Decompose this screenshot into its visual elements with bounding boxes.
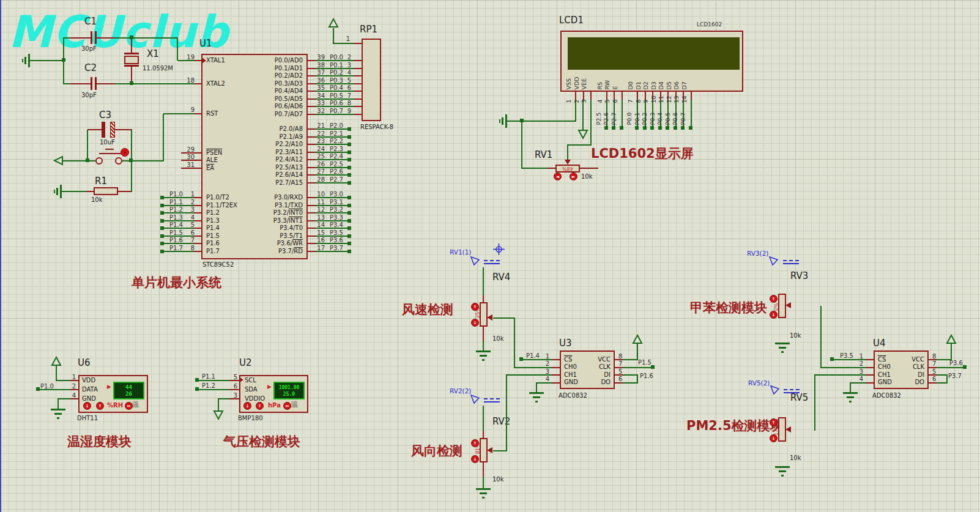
wire	[536, 382, 552, 384]
pin-number: 1	[535, 353, 549, 360]
power-arrow-icon	[51, 357, 61, 366]
net-label-p1-2: P1.2	[202, 382, 215, 389]
pin-number: 8	[932, 353, 936, 360]
u6-down-button[interactable]: ↓	[83, 402, 91, 410]
lcd-pin-number: 1	[566, 99, 572, 103]
ground-icon	[22, 59, 23, 62]
rv3-up-button[interactable]: ↑	[770, 295, 778, 303]
wire	[56, 366, 57, 381]
pin-number: 4	[181, 214, 195, 221]
wire	[820, 306, 822, 368]
wire	[548, 168, 555, 169]
wire	[850, 382, 866, 384]
ground-icon	[57, 417, 59, 419]
rv2-up-button[interactable]: ↑	[471, 439, 479, 447]
net-label: P3.6	[330, 237, 343, 243]
crystal-x1-body[interactable]	[124, 56, 139, 64]
pin-number: 31	[180, 161, 195, 168]
pin-number: 5	[932, 368, 936, 375]
wire	[58, 398, 71, 399]
respack-rp1-body[interactable]	[362, 39, 381, 121]
wire	[218, 398, 229, 399]
junction-dot	[36, 387, 40, 391]
xtal1-input-marker-icon	[202, 58, 206, 64]
wire	[614, 92, 615, 100]
pin-name: P2.2/A10	[231, 141, 303, 147]
u6-display: 44 26	[113, 382, 144, 399]
wire	[197, 380, 229, 381]
u6-adjust-button[interactable]: ↔	[125, 402, 133, 410]
wire	[483, 477, 484, 488]
pin-name: DI	[893, 371, 924, 378]
rv1-right-button[interactable]: ►	[570, 173, 577, 180]
pin-number: 10	[308, 191, 325, 198]
wire	[354, 68, 362, 69]
ground-icon	[54, 413, 62, 415]
wire	[229, 389, 239, 390]
junction-dot	[86, 158, 89, 162]
u2-adjust-button[interactable]: ↔	[283, 402, 291, 410]
rv5-value: 10k	[790, 454, 801, 461]
pin-name: P3.4/T0	[231, 224, 303, 231]
pin-name: XTAL1	[206, 57, 225, 64]
pin-name: CH0	[878, 363, 891, 370]
u2-up-button[interactable]: ↑	[256, 402, 264, 410]
u6-ref: U6	[78, 358, 91, 368]
wire	[131, 161, 132, 192]
pin-name: P2.0/A8	[231, 125, 303, 132]
net-terminal-square	[689, 126, 692, 130]
pin-number: 28	[308, 176, 325, 183]
lcd-pin-name: VSS	[566, 78, 572, 90]
wire	[622, 100, 623, 128]
wire	[87, 130, 88, 161]
label-humidity: 温湿度模块	[67, 435, 132, 449]
reset-button-cap[interactable]	[105, 149, 114, 150]
pin-number: 8	[181, 245, 195, 251]
power-arrow-icon	[633, 335, 642, 344]
pin-number: 9	[180, 106, 195, 113]
rv4-up-button[interactable]: ↑	[471, 303, 479, 311]
rv1-left-button[interactable]: ◄	[554, 173, 562, 180]
wire	[483, 327, 484, 341]
lcd-pin-name: VEE	[581, 78, 587, 90]
schematic-canvas: MCUclub 单片机最小系统 LCD1602显示屏 风速检测 风向检测 甲苯检…	[0, 0, 980, 512]
c3-ref: C3	[99, 110, 111, 121]
pin-name: DI	[579, 371, 611, 378]
pin-name: EA	[206, 165, 214, 171]
rv5-up-button[interactable]: ↑	[770, 418, 778, 426]
lcd-pin-name: D1	[636, 81, 642, 89]
rv5-down-button[interactable]: ↓	[770, 434, 778, 442]
ground-icon	[505, 114, 507, 128]
pin-name: P0.2/AD2	[231, 72, 303, 79]
reset-button-terminal[interactable]	[115, 157, 122, 165]
u2-down-button[interactable]: ↓	[243, 402, 251, 410]
net-terminal-square	[347, 211, 351, 215]
rv2-down-button[interactable]: ↓	[471, 455, 479, 463]
rp1-pin-number: 8	[341, 100, 351, 106]
pin-name: P0.5/AD5	[231, 95, 303, 102]
pin-number: 30	[180, 154, 195, 160]
reset-button-bar[interactable]	[99, 153, 124, 154]
rv4-down-button[interactable]: ↓	[471, 319, 479, 327]
r1-value: 10k	[91, 196, 103, 203]
pin-number: 38	[308, 62, 325, 69]
ground-icon	[775, 466, 790, 468]
resistor-r1-body[interactable]	[94, 187, 118, 195]
net-label: P0.1	[634, 113, 640, 125]
wire	[637, 344, 638, 360]
pin-number: 33	[308, 100, 325, 106]
wire	[615, 382, 623, 384]
net-terminal-square	[347, 166, 351, 169]
u6-up-button[interactable]: ↑	[96, 402, 104, 410]
wire	[97, 37, 115, 39]
wire	[30, 60, 64, 61]
pin-name: P3.0/RXD	[231, 194, 303, 201]
wire	[622, 92, 623, 100]
junction-dot	[195, 378, 199, 382]
wire	[582, 99, 584, 130]
rv3-down-button[interactable]: ↓	[770, 311, 778, 319]
wire	[606, 92, 607, 100]
pin-name: CS	[878, 356, 886, 363]
net-label-p3-7: P3.7	[948, 373, 962, 379]
reset-button-terminal[interactable]	[95, 157, 103, 165]
